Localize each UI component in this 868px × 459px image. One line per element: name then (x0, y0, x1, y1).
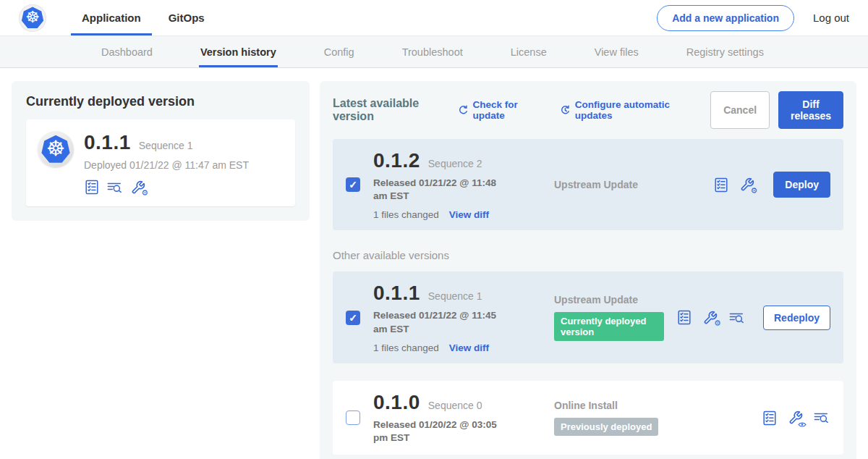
log-out-link[interactable]: Log out (813, 12, 849, 24)
configure-automatic-updates-link[interactable]: Configure automatic updates (560, 99, 693, 121)
gear-icon: ⚙ (141, 189, 148, 197)
files-changed: 1 files changed (373, 342, 439, 353)
check-for-update-link[interactable]: Check for update (458, 99, 542, 121)
previously-deployed-badge: Previously deployed (554, 418, 658, 436)
cancel-button[interactable]: Cancel (710, 91, 770, 129)
deployed-sequence: Sequence 1 (139, 140, 193, 151)
subnav-license[interactable]: License (509, 36, 548, 67)
deployed-timestamp: Deployed 01/21/22 @ 11:47 am EST (84, 159, 249, 171)
released-timestamp: Released 01/21/22 @ 11:45 am EST (373, 309, 512, 335)
latest-version-title: Latest available version (333, 97, 448, 123)
version-row-0-1-1: ✓ 0.1.1 Sequence 1 Released 01/21/22 @ 1… (333, 271, 843, 363)
top-tabs: Application GitOps (71, 0, 216, 35)
config-gear-icon[interactable]: ⚙ (130, 180, 145, 195)
currently-deployed-badge: Currently deployed version (554, 312, 664, 341)
main-content: Currently deployed version ☸ 0.1.1 Seque… (0, 68, 868, 459)
app-icon-ring: ☸ (38, 131, 74, 167)
deploy-button[interactable]: Deploy (773, 172, 830, 198)
released-timestamp: Released 01/20/22 @ 03:05 pm EST (373, 418, 512, 445)
released-timestamp: Released 01/21/22 @ 11:48 am EST (373, 177, 512, 203)
gear-icon: ⚙ (750, 187, 757, 195)
gear-icon: ⚙ (714, 319, 721, 327)
version-number: 0.1.2 (373, 149, 420, 172)
subnav-view-files[interactable]: View files (593, 36, 640, 67)
version-checkbox[interactable] (346, 410, 360, 425)
preflight-results-icon[interactable] (729, 310, 744, 325)
diff-releases-button[interactable]: Diff releases (778, 91, 843, 129)
release-notes-icon[interactable] (677, 310, 692, 325)
preflight-results-icon[interactable] (107, 180, 122, 195)
eye-icon (798, 421, 807, 428)
subnav-troubleshoot[interactable]: Troubleshoot (401, 36, 464, 67)
deployed-version-number: 0.1.1 (84, 131, 131, 154)
subnav-dashboard[interactable]: Dashboard (100, 36, 154, 67)
app-logo: ☸ (19, 4, 46, 32)
version-number: 0.1.0 (373, 391, 420, 414)
tab-application[interactable]: Application (71, 0, 152, 35)
preflight-results-icon[interactable] (814, 410, 829, 426)
version-sequence: Sequence 2 (428, 158, 482, 169)
deployed-version-info: 0.1.1 Sequence 1 Deployed 01/21/22 @ 11:… (84, 131, 249, 195)
config-gear-icon[interactable]: ⚙ (703, 310, 718, 325)
config-gear-icon[interactable]: ⚙ (739, 177, 754, 193)
refresh-icon (458, 104, 469, 117)
subnav-version-history[interactable]: Version history (199, 36, 278, 67)
version-source: Upstream Update (554, 294, 664, 306)
config-view-icon[interactable] (788, 410, 803, 426)
version-sequence: Sequence 1 (428, 290, 482, 302)
other-available-versions-label: Other available versions (333, 249, 843, 261)
subnav-registry-settings[interactable]: Registry settings (685, 36, 765, 67)
version-checkbox[interactable]: ✓ (346, 311, 360, 325)
currently-deployed-title: Currently deployed version (26, 94, 295, 109)
topnav-right: Add a new application Log out (657, 0, 849, 35)
version-source: Online Install (554, 400, 749, 411)
redeploy-button[interactable]: Redeploy (763, 306, 830, 330)
version-checkbox[interactable]: ✓ (346, 177, 360, 192)
files-changed: 1 files changed (373, 209, 439, 220)
kubernetes-app-icon: ☸ (41, 135, 70, 164)
kubernetes-logo-icon: ☸ (22, 7, 44, 29)
release-notes-icon[interactable] (713, 177, 728, 193)
release-notes-icon[interactable] (762, 410, 777, 426)
subnav-config[interactable]: Config (323, 36, 356, 67)
deployed-version-card: ☸ 0.1.1 Sequence 1 Deployed 01/21/22 @ 1… (26, 119, 295, 206)
version-sequence: Sequence 0 (428, 400, 482, 411)
version-row-0-1-0: 0.1.0 Sequence 0 Released 01/20/22 @ 03:… (333, 381, 843, 455)
add-new-application-button[interactable]: Add a new application (657, 5, 794, 31)
view-diff-link[interactable]: View diff (449, 342, 489, 353)
version-number: 0.1.1 (373, 282, 420, 305)
view-diff-link[interactable]: View diff (449, 209, 489, 220)
release-notes-icon[interactable] (84, 180, 99, 195)
top-navbar: ☸ Application GitOps Add a new applicati… (0, 0, 868, 36)
version-source: Upstream Update (554, 179, 700, 190)
version-row-0-1-2: ✓ 0.1.2 Sequence 2 Released 01/21/22 @ 1… (333, 139, 843, 230)
tab-gitops[interactable]: GitOps (158, 0, 216, 35)
latest-version-header: Latest available version Check for updat… (333, 91, 843, 129)
app-subnav: Dashboard Version history Config Trouble… (0, 36, 868, 68)
clock-refresh-icon (560, 104, 571, 117)
latest-version-panel: Latest available version Check for updat… (320, 81, 856, 459)
currently-deployed-panel: Currently deployed version ☸ 0.1.1 Seque… (12, 81, 310, 221)
